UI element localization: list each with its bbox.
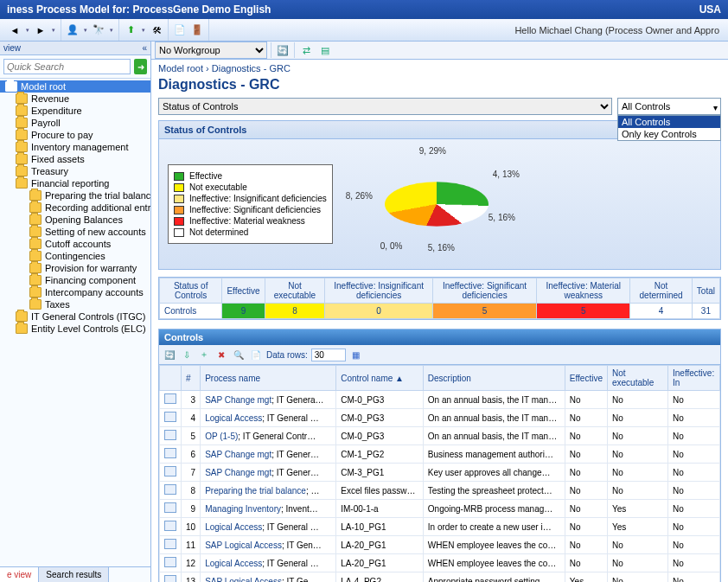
- doc-icon[interactable]: [164, 502, 176, 513]
- process-link[interactable]: Logical Access: [205, 522, 262, 532]
- main-toolbar: ◄▾ ►▾ 👤▾ 🔭▾ ⬆▾ 🛠 📄 🚪 Hello Michael Chang…: [0, 19, 728, 42]
- workgroup-select[interactable]: No Workgroup: [155, 42, 267, 59]
- chart-legend: EffectiveNot executableIneffective: Insi…: [168, 164, 333, 244]
- collapse-icon[interactable]: «: [142, 43, 147, 53]
- doc-icon[interactable]: [164, 448, 176, 458]
- table-row[interactable]: 6SAP Change mgt; IT Gener…CM-1_PG2Busine…: [160, 445, 720, 464]
- table-row[interactable]: 3SAP Change mgt; IT Genera…CM-0_PG3On an…: [160, 391, 720, 409]
- refresh-grid-icon[interactable]: 🔄: [163, 348, 176, 361]
- table-row[interactable]: 12Logical Access; IT General …LA-20_PG1W…: [160, 554, 720, 572]
- status-filter[interactable]: Status of Controls: [158, 98, 612, 115]
- tree-item[interactable]: Preparing the trial balance: [0, 189, 150, 201]
- tree-item[interactable]: Financing component: [0, 274, 150, 286]
- col-header[interactable]: Ineffective: In: [668, 366, 720, 391]
- col-header[interactable]: Description: [423, 366, 565, 391]
- process-link[interactable]: OP (1-5): [205, 432, 238, 441]
- process-link[interactable]: Logical Access: [205, 413, 262, 423]
- tree-item[interactable]: Entity Level Controls (ELC): [0, 323, 150, 335]
- crumb-root[interactable]: Model root: [158, 63, 203, 74]
- tools-icon[interactable]: 🛠: [149, 22, 164, 38]
- back-icon[interactable]: ◄: [7, 22, 22, 38]
- tab-search-results[interactable]: Search results: [39, 567, 109, 582]
- table-row[interactable]: 5OP (1-5); IT General Contr…CM-0_PG3On a…: [160, 427, 720, 445]
- process-link[interactable]: SAP Change mgt: [205, 468, 271, 477]
- tree-item[interactable]: Taxes: [0, 298, 150, 310]
- process-link[interactable]: Managing Inventory: [205, 504, 281, 514]
- tree-item[interactable]: Contingencies: [0, 250, 150, 262]
- refresh-icon[interactable]: 🔄: [275, 42, 291, 58]
- search-input[interactable]: [3, 59, 131, 74]
- report-icon[interactable]: 📄: [172, 22, 188, 38]
- back-dropdown[interactable]: ▾: [24, 22, 31, 38]
- tree-item[interactable]: Opening Balances: [0, 214, 150, 226]
- forward-dropdown[interactable]: ▾: [50, 22, 57, 38]
- table-row[interactable]: 4Logical Access; IT General …CM-0_PG3On …: [160, 409, 720, 427]
- doc-icon[interactable]: [164, 575, 176, 582]
- tree-item[interactable]: Intercompany accounts: [0, 286, 150, 298]
- doc-icon[interactable]: [164, 412, 176, 422]
- forward-icon[interactable]: ►: [33, 22, 48, 38]
- process-link[interactable]: Logical Access: [205, 559, 262, 568]
- layout-icon[interactable]: ▦: [349, 348, 363, 361]
- col-header[interactable]: Not executable: [608, 366, 668, 391]
- col-header[interactable]: [160, 366, 182, 391]
- folder-icon: [29, 299, 42, 310]
- tree-item[interactable]: Model root: [0, 80, 150, 93]
- doc-icon[interactable]: [164, 466, 176, 476]
- tree-item[interactable]: Fixed assets: [0, 153, 150, 165]
- sheet-icon[interactable]: ▤: [317, 42, 333, 58]
- table-row[interactable]: 10Logical Access; IT General …LA-10_PG1I…: [160, 518, 720, 536]
- tree-item[interactable]: Payroll: [0, 117, 150, 129]
- col-header[interactable]: Effective: [565, 366, 607, 391]
- tree-item[interactable]: Treasury: [0, 165, 150, 177]
- table-row[interactable]: 13SAP Logical Access; IT Ge…LA-4_PG2Appr…: [160, 572, 720, 583]
- doc-icon[interactable]: [164, 521, 176, 531]
- col-header[interactable]: Process name: [201, 366, 336, 391]
- zoom-icon[interactable]: 🔍: [232, 348, 246, 361]
- tree-item[interactable]: IT General Controls (ITGC): [0, 310, 150, 323]
- doc-icon[interactable]: [164, 539, 176, 549]
- controls-filter-selected[interactable]: All Controls: [617, 98, 721, 115]
- col-header[interactable]: Control name ▲: [336, 366, 424, 391]
- tree-item[interactable]: Procure to pay: [0, 129, 150, 141]
- controls-filter[interactable]: All Controls All Controls Only key Contr…: [617, 98, 721, 115]
- tree-item[interactable]: Financial reporting: [0, 177, 150, 189]
- tree-item[interactable]: Cutoff accounts: [0, 238, 150, 250]
- doc-icon[interactable]: [164, 484, 176, 495]
- opt-key-controls[interactable]: Only key Controls: [618, 128, 720, 140]
- delete-icon[interactable]: ✖: [214, 348, 228, 361]
- tree-item[interactable]: Revenue: [0, 93, 150, 105]
- table-row[interactable]: 9Managing Inventory; Invent…IM-00-1-aOng…: [160, 500, 720, 518]
- process-link[interactable]: SAP Logical Access: [205, 540, 282, 550]
- tab-eview[interactable]: e view: [0, 567, 39, 582]
- table-row[interactable]: 11SAP Logical Access; IT Gen…LA-20_PG1WH…: [160, 536, 720, 554]
- tree-item[interactable]: Recording additional entries: [0, 201, 150, 214]
- doc-icon[interactable]: [164, 393, 176, 404]
- table-row[interactable]: 8Preparing the trial balance; …Excel fil…: [160, 482, 720, 500]
- door-icon[interactable]: 🚪: [189, 22, 205, 38]
- folder-icon: [29, 202, 42, 213]
- export-icon[interactable]: ⬆: [123, 22, 138, 38]
- doc-icon[interactable]: [164, 430, 176, 440]
- tree-item[interactable]: Setting of new accounts: [0, 226, 150, 238]
- search-go-icon[interactable]: ➜: [134, 59, 147, 74]
- export-grid-icon[interactable]: ⇩: [180, 348, 194, 361]
- user-icon[interactable]: 👤: [65, 22, 80, 38]
- col-header[interactable]: #: [182, 366, 201, 391]
- opt-all-controls[interactable]: All Controls: [618, 116, 720, 128]
- table-row[interactable]: 7SAP Change mgt; IT Gener…CM-3_PG1Key us…: [160, 464, 720, 482]
- process-link[interactable]: SAP Logical Access: [205, 577, 282, 583]
- rows-input[interactable]: [311, 349, 346, 361]
- page-icon[interactable]: 📄: [249, 348, 263, 361]
- crumb-current[interactable]: Diagnostics - GRC: [212, 63, 291, 74]
- doc-icon[interactable]: [164, 557, 176, 567]
- process-link[interactable]: SAP Change mgt: [205, 450, 271, 459]
- process-link[interactable]: Preparing the trial balance: [205, 486, 306, 496]
- tree-item[interactable]: Provision for warranty: [0, 262, 150, 274]
- add-icon[interactable]: ＋: [197, 348, 211, 361]
- binoculars-icon[interactable]: 🔭: [91, 22, 106, 38]
- compare-icon[interactable]: ⇄: [298, 42, 314, 58]
- tree-item[interactable]: Inventory management: [0, 141, 150, 153]
- tree-item[interactable]: Expenditure: [0, 105, 150, 117]
- process-link[interactable]: SAP Change mgt: [205, 395, 271, 405]
